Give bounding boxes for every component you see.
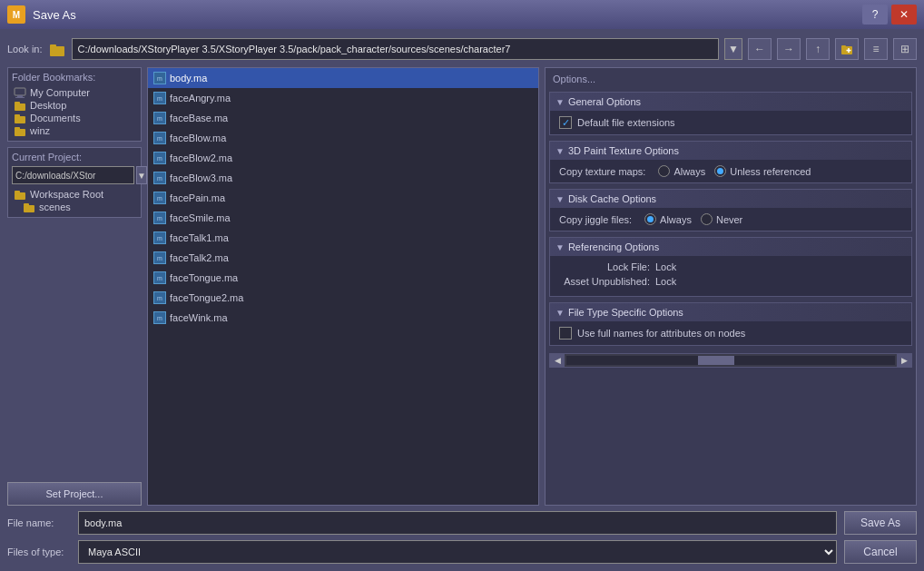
new-folder-icon bbox=[840, 43, 853, 55]
unless-referenced-option[interactable]: Unless referenced bbox=[714, 165, 811, 177]
default-file-ext-checkbox[interactable] bbox=[559, 116, 572, 129]
file-item-faceblow3[interactable]: m faceBlow3.ma bbox=[148, 168, 538, 188]
forward-btn[interactable]: → bbox=[777, 38, 801, 60]
workspace-root-icon bbox=[14, 189, 26, 200]
folder-bookmarks: Folder Bookmarks: My Computer Desktop bbox=[7, 67, 142, 142]
computer-icon bbox=[14, 87, 26, 98]
lookin-dropdown-btn[interactable]: ▼ bbox=[724, 38, 742, 60]
dialog-title: Save As bbox=[33, 8, 76, 22]
file-name: faceTongue2.ma bbox=[170, 292, 243, 303]
file-item-facetalk1[interactable]: m faceTalk1.ma bbox=[148, 228, 538, 248]
up-btn[interactable]: ↑ bbox=[806, 38, 830, 60]
title-bar: M Save As ? ✕ bbox=[0, 0, 924, 29]
file-item-faceblow2[interactable]: m faceBlow2.ma bbox=[148, 148, 538, 168]
list-view-btn[interactable]: ≡ bbox=[864, 38, 888, 60]
file-item-facesmile[interactable]: m faceSmile.ma bbox=[148, 208, 538, 228]
workspace-root-item[interactable]: Workspace Root bbox=[12, 188, 137, 201]
workspace-root-label: Workspace Root bbox=[30, 189, 103, 200]
full-names-label: Use full names for attributes on nodes bbox=[577, 328, 745, 339]
general-options-header[interactable]: ▼ General Options bbox=[550, 93, 911, 111]
paint-options-header[interactable]: ▼ 3D Paint Texture Options bbox=[550, 142, 911, 160]
lookin-path-input[interactable] bbox=[72, 38, 719, 60]
file-item-faceangry[interactable]: m faceAngry.ma bbox=[148, 88, 538, 108]
set-project-button[interactable]: Set Project... bbox=[7, 482, 142, 506]
file-item-faceblow[interactable]: m faceBlow.ma bbox=[148, 128, 538, 148]
scroll-right-btn[interactable]: ▶ bbox=[897, 354, 911, 367]
full-names-row: Use full names for attributes on nodes bbox=[559, 327, 902, 340]
file-icon: m bbox=[153, 112, 166, 124]
bookmark-winz-label: winz bbox=[30, 125, 50, 136]
workspace-scenes-item[interactable]: scenes bbox=[12, 201, 137, 213]
paint-options-title: 3D Paint Texture Options bbox=[568, 145, 679, 156]
file-icon: m bbox=[153, 271, 166, 284]
bookmark-my-computer-label: My Computer bbox=[30, 87, 90, 98]
save-as-button[interactable]: Save As bbox=[844, 511, 917, 535]
scroll-left-btn[interactable]: ◀ bbox=[550, 354, 565, 367]
file-item-facetalk2[interactable]: m faceTalk2.ma bbox=[148, 248, 538, 268]
file-name: faceTalk1.ma bbox=[170, 232, 229, 243]
files-of-type-select[interactable]: Maya ASCII Maya Binary bbox=[78, 540, 837, 564]
app-icon: M bbox=[7, 5, 25, 24]
bookmark-my-computer[interactable]: My Computer bbox=[12, 86, 137, 99]
current-project-title: Current Project: bbox=[12, 152, 137, 162]
filetype-specific-content: Use full names for attributes on nodes bbox=[550, 321, 911, 345]
file-list[interactable]: m body.ma m faceAngry.ma m faceBase.ma m… bbox=[147, 67, 539, 506]
new-folder-btn[interactable] bbox=[835, 38, 859, 60]
always-texture-radio[interactable] bbox=[658, 165, 670, 177]
title-bar-controls: ? ✕ bbox=[862, 5, 917, 25]
disk-cache-header[interactable]: ▼ Disk Cache Options bbox=[550, 190, 911, 208]
file-name: faceTalk2.ma bbox=[170, 252, 229, 263]
filename-row: File name: Save As bbox=[7, 511, 917, 535]
bookmark-desktop[interactable]: Desktop bbox=[12, 99, 137, 112]
full-names-checkbox[interactable] bbox=[559, 327, 572, 340]
file-item-facewink[interactable]: m faceWink.ma bbox=[148, 308, 538, 328]
file-name: faceWink.ma bbox=[170, 312, 228, 323]
svg-rect-11 bbox=[15, 116, 25, 123]
unless-referenced-label: Unless referenced bbox=[730, 166, 811, 177]
bookmark-winz[interactable]: winz bbox=[12, 124, 137, 137]
general-options-title: General Options bbox=[568, 96, 641, 107]
referencing-header[interactable]: ▼ Referencing Options bbox=[550, 238, 911, 256]
svg-rect-13 bbox=[15, 129, 25, 136]
project-path-input[interactable] bbox=[12, 166, 134, 184]
file-item-facetongue2[interactable]: m faceTongue2.ma bbox=[148, 288, 538, 308]
filetype-specific-title: File Type Specific Options bbox=[568, 307, 683, 318]
title-bar-left: M Save As bbox=[7, 5, 76, 24]
file-item-facepain[interactable]: m facePain.ma bbox=[148, 188, 538, 208]
svg-rect-1 bbox=[50, 44, 56, 48]
always-texture-option[interactable]: Always bbox=[658, 165, 705, 177]
svg-rect-15 bbox=[15, 192, 25, 200]
project-path-row: ▼ bbox=[12, 166, 137, 184]
filetype-specific-header[interactable]: ▼ File Type Specific Options bbox=[550, 303, 911, 321]
back-btn[interactable]: ← bbox=[748, 38, 772, 60]
file-icon: m bbox=[153, 172, 166, 184]
help-button[interactable]: ? bbox=[862, 5, 888, 25]
svg-rect-14 bbox=[15, 127, 20, 130]
bookmark-documents-label: Documents bbox=[30, 113, 81, 123]
dialog-content: Look in: ▼ ← → ↑ ≡ ⊞ Folder Bookmarks: bbox=[0, 29, 924, 571]
file-icon: m bbox=[153, 311, 166, 324]
default-file-ext-row: Default file extensions bbox=[559, 116, 902, 129]
file-item-facetongue[interactable]: m faceTongue.ma bbox=[148, 268, 538, 288]
jiggle-never-radio[interactable] bbox=[701, 213, 713, 225]
file-item-body-ma[interactable]: m body.ma bbox=[148, 68, 538, 88]
options-scrollbar[interactable]: ◀ ▶ bbox=[549, 353, 912, 368]
filename-input[interactable] bbox=[78, 511, 837, 535]
svg-rect-10 bbox=[15, 102, 20, 104]
workspace-scenes-label: scenes bbox=[39, 202, 71, 212]
project-path-dropdown-btn[interactable]: ▼ bbox=[136, 166, 147, 184]
detail-view-btn[interactable]: ⊞ bbox=[893, 38, 917, 60]
jiggle-always-radio[interactable] bbox=[644, 213, 656, 225]
workspace-section: Workspace Root scenes bbox=[12, 188, 137, 213]
unless-referenced-radio[interactable] bbox=[714, 165, 726, 177]
winz-folder-icon bbox=[14, 125, 26, 136]
bookmark-documents[interactable]: Documents bbox=[12, 112, 137, 124]
file-name: faceSmile.ma bbox=[170, 212, 231, 223]
svg-rect-16 bbox=[15, 191, 20, 193]
cancel-button[interactable]: Cancel bbox=[844, 540, 917, 564]
jiggle-always-option[interactable]: Always bbox=[644, 213, 692, 225]
close-button[interactable]: ✕ bbox=[891, 5, 917, 25]
jiggle-never-option[interactable]: Never bbox=[701, 213, 742, 225]
file-item-facebase[interactable]: m faceBase.ma bbox=[148, 108, 538, 128]
referencing-arrow: ▼ bbox=[555, 242, 565, 252]
